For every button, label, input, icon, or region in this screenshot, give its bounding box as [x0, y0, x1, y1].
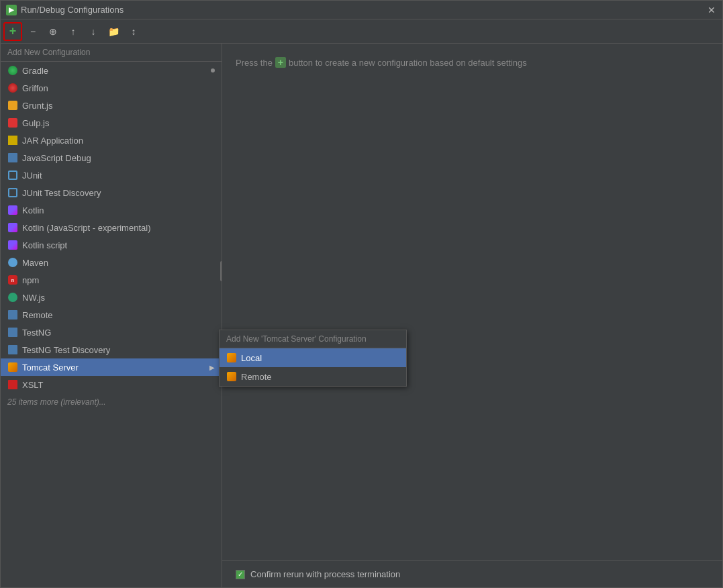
sort-button[interactable]: ↕ [124, 22, 143, 41]
list-item-maven[interactable]: Maven [1, 254, 222, 271]
jar-label: JAR Application [22, 136, 215, 146]
config-list: Gradle Griffon Grunt.js Gulp.js [1, 62, 222, 587]
xslt-label: XSLT [22, 380, 215, 390]
list-item-xslt[interactable]: XSLT [1, 376, 222, 393]
list-item-tomcat[interactable]: Tomcat Server ▶ [1, 358, 222, 376]
maven-icon [7, 257, 18, 268]
hint-after: button to create a new configuration bas… [289, 58, 527, 68]
move-up-button[interactable]: ↑ [64, 22, 83, 41]
submenu-item-local[interactable]: Local [220, 348, 406, 367]
jsdebug-label: JavaScript Debug [22, 153, 215, 163]
list-item-jsdebug[interactable]: JavaScript Debug [1, 149, 222, 166]
gulpjs-icon [7, 117, 18, 128]
left-panel: Add New Configuration Gradle Griffon Gru… [1, 44, 222, 587]
add-button[interactable]: + [3, 22, 22, 41]
tomcat-submenu-popup: Add New 'Tomcat Server' Configuration Lo… [219, 330, 407, 387]
junit-label: JUnit [22, 170, 215, 181]
right-panel: Press the + button to create a new confi… [222, 44, 722, 587]
jsdebug-icon [7, 152, 18, 163]
bottom-bar: ✓ Confirm rerun with process termination [222, 560, 722, 587]
list-item-remote[interactable]: Remote [1, 306, 222, 324]
remote-tomcat-icon [226, 371, 237, 382]
testng-label: TestNG [22, 328, 215, 338]
left-panel-header: Add New Configuration [1, 44, 222, 62]
hint-before: Press the [236, 58, 273, 68]
resize-handle[interactable] [220, 261, 222, 281]
dialog-icon: ▶ [6, 5, 17, 15]
list-item-gradle[interactable]: Gradle [1, 62, 222, 79]
npm-icon: n [7, 275, 18, 285]
remote-tomcat-label: Remote [241, 372, 272, 382]
xslt-icon [7, 379, 18, 390]
list-item-junit[interactable]: JUnit [1, 166, 222, 184]
junit-discovery-label: JUnit Test Discovery [22, 188, 215, 198]
junit-discovery-icon [7, 187, 18, 198]
list-item-junit-discovery[interactable]: JUnit Test Discovery [1, 184, 222, 201]
griffon-label: Griffon [22, 83, 215, 93]
list-item-testng-discovery[interactable]: TestNG Test Discovery [1, 341, 222, 358]
close-button[interactable]: ✕ [706, 5, 717, 15]
confirm-rerun-row: ✓ Confirm rerun with process termination [236, 569, 709, 579]
jar-icon [7, 135, 18, 146]
confirm-rerun-checkbox[interactable]: ✓ [236, 570, 245, 579]
list-item-jar[interactable]: JAR Application [1, 132, 222, 149]
list-item-kotlin[interactable]: Kotlin [1, 201, 222, 219]
list-item-nwjs[interactable]: NW.js [1, 289, 222, 306]
more-items-label: 25 items more (irrelevant)... [7, 397, 106, 407]
gulpjs-label: Gulp.js [22, 118, 215, 128]
list-item-griffon[interactable]: Griffon [1, 79, 222, 97]
testng-discovery-icon [7, 344, 18, 355]
kotlin-script-icon [7, 240, 18, 250]
kotlin-icon [7, 205, 18, 215]
remote-label: Remote [22, 310, 215, 320]
tomcat-icon [7, 362, 18, 373]
kotlin-label: Kotlin [22, 205, 215, 215]
remote-icon [7, 309, 18, 320]
toolbar: + − ⊕ ↑ ↓ 📁 ↕ [1, 19, 722, 44]
submenu-item-remote[interactable]: Remote [220, 367, 406, 386]
title-bar: ▶ Run/Debug Configurations ✕ [1, 1, 722, 19]
dialog-title: Run/Debug Configurations [21, 5, 124, 15]
gruntjs-label: Grunt.js [22, 101, 215, 111]
maven-label: Maven [22, 258, 215, 268]
run-debug-dialog: ▶ Run/Debug Configurations ✕ + − ⊕ ↑ ↓ 📁… [0, 0, 723, 588]
remove-button[interactable]: − [23, 22, 42, 41]
gradle-dot [211, 68, 215, 72]
copy-button[interactable]: ⊕ [44, 22, 62, 41]
nwjs-label: NW.js [22, 293, 215, 303]
hint-text: Press the + button to create a new confi… [236, 57, 709, 68]
confirm-rerun-label: Confirm rerun with process termination [250, 569, 400, 579]
gradle-label: Gradle [22, 66, 204, 76]
npm-label: npm [22, 275, 215, 285]
kotlin-js-label: Kotlin (JavaScript - experimental) [22, 223, 215, 233]
kotlin-script-label: Kotlin script [22, 240, 215, 250]
junit-icon [7, 170, 18, 181]
list-item-kotlin-js[interactable]: Kotlin (JavaScript - experimental) [1, 219, 222, 236]
testng-icon [7, 327, 18, 338]
local-tomcat-label: Local [241, 353, 262, 363]
testng-discovery-label: TestNG Test Discovery [22, 345, 215, 355]
list-item-npm[interactable]: n npm [1, 271, 222, 289]
submenu-header: Add New 'Tomcat Server' Configuration [220, 330, 406, 348]
gruntjs-icon [7, 100, 18, 111]
griffon-icon [7, 83, 18, 93]
right-content: Press the + button to create a new confi… [222, 44, 722, 560]
group-button[interactable]: 📁 [104, 22, 123, 41]
list-item-testng[interactable]: TestNG [1, 324, 222, 341]
list-item-gulpjs[interactable]: Gulp.js [1, 114, 222, 132]
list-item-gruntjs[interactable]: Grunt.js [1, 97, 222, 114]
kotlin-js-icon [7, 222, 18, 233]
nwjs-icon [7, 292, 18, 303]
list-item-kotlin-script[interactable]: Kotlin script [1, 236, 222, 254]
title-bar-left: ▶ Run/Debug Configurations [6, 5, 124, 15]
tomcat-submenu-arrow: ▶ [209, 364, 215, 371]
more-items[interactable]: 25 items more (irrelevant)... [1, 393, 222, 411]
local-tomcat-icon [226, 352, 237, 363]
gradle-icon [7, 65, 18, 76]
main-content: Add New Configuration Gradle Griffon Gru… [1, 44, 722, 587]
tomcat-label: Tomcat Server [22, 362, 205, 373]
plus-icon: + [275, 57, 286, 68]
move-down-button[interactable]: ↓ [84, 22, 103, 41]
